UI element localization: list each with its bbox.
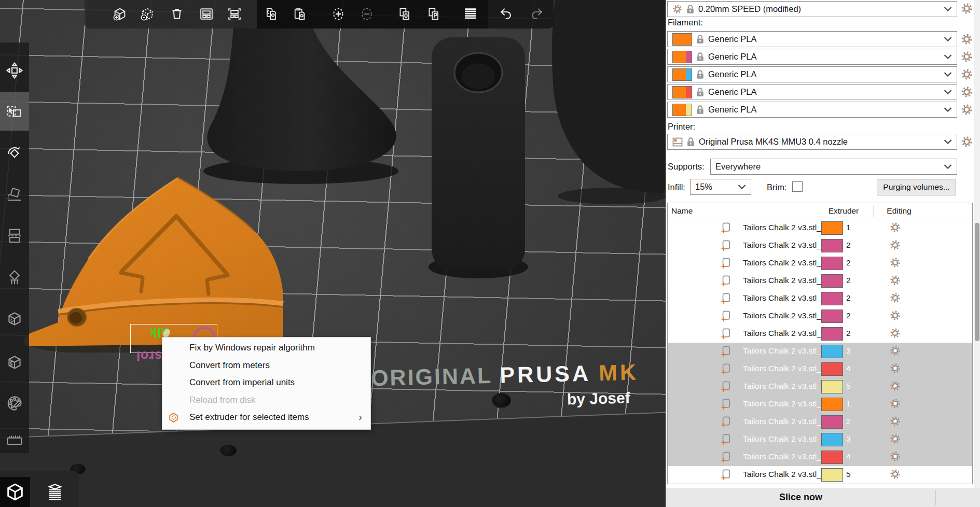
object-settings-gear-button[interactable] [889,433,901,445]
column-editing[interactable]: Editing [875,206,923,216]
object-row[interactable]: Tailors Chalk 2 v3.stl_1_62 [668,307,972,325]
object-row[interactable]: Tailors Chalk 2 v3.stl_1_133 [668,431,972,448]
filament-gear-button-2[interactable] [960,51,973,63]
extruder-color-swatch[interactable] [821,362,843,376]
multimaterial-painting-tool-button[interactable] [4,393,25,414]
object-row[interactable]: Tailors Chalk 2 v3.stl_1_105 [668,378,972,396]
object-row[interactable]: Tailors Chalk 2 v3.stl_1_122 [668,413,972,431]
filament-gear-button-1[interactable] [960,33,973,46]
redo-button[interactable] [527,5,546,23]
seam-painting-tool-button[interactable] [4,308,25,329]
object-row[interactable]: Tailors Chalk 2 v3.stl_1_32 [668,255,972,272]
filament-gear-button-3[interactable] [960,68,973,81]
object-row[interactable]: Tailors Chalk 2 v3.stl_1_22 [668,237,972,255]
filament-dropdown-3[interactable]: Generic PLA [667,66,957,82]
object-settings-gear-button[interactable] [889,257,901,269]
menu-item-convert-from-meters[interactable]: Convert from meters [162,357,370,374]
object-row[interactable]: Tailors Chalk 2 v3.stl_1_83 [668,343,972,360]
object-settings-gear-button[interactable] [889,381,901,392]
scale-tool-button[interactable] [4,101,25,121]
column-extruder[interactable]: Extruder [813,206,874,216]
model-dark-corner[interactable] [540,0,666,207]
extruder-color-swatch[interactable] [821,327,843,341]
print-settings-gear-button[interactable] [960,3,973,15]
panel-scrollbar-thumb[interactable] [975,223,979,341]
3d-viewport[interactable]: alk srol ORIGINAL PRUSA MK by Josef Fix … [0,0,666,507]
object-row[interactable]: Tailors Chalk 2 v3.stl_1_155 [668,466,972,484]
3d-editor-view-button[interactable] [0,477,30,507]
delete-all-button[interactable] [168,5,186,23]
printer-gear-button[interactable] [960,136,973,148]
extruder-color-swatch[interactable] [821,415,843,429]
printer-dropdown[interactable]: Original Prusa MK4S MMU3 0.4 nozzle [667,134,957,150]
filament-dropdown-1[interactable]: Generic PLA [667,31,957,47]
extruder-color-swatch[interactable] [821,433,843,446]
print-settings-dropdown[interactable]: 0.20mm SPEED (modified) [667,1,957,17]
menu-item-convert-from-imperial-units[interactable]: Convert from imperial units [162,374,370,391]
extruder-color-swatch[interactable] [821,309,843,323]
extruder-color-swatch[interactable] [821,239,843,252]
object-row[interactable]: Tailors Chalk 2 v3.stl_1_72 [668,325,972,343]
paste-button[interactable] [291,5,310,23]
variable-layer-height-button[interactable] [461,5,480,23]
slice-now-button[interactable]: Slice now [666,488,935,507]
object-settings-gear-button[interactable] [889,328,901,339]
model-dark-tube[interactable] [425,31,529,280]
extruder-color-swatch[interactable] [821,398,843,411]
object-settings-gear-button[interactable] [889,469,901,480]
remove-instance-button[interactable] [357,5,376,23]
fuzzy-skin-tool-button[interactable] [4,352,25,373]
extruder-color-swatch[interactable] [821,380,843,393]
object-settings-gear-button[interactable] [889,275,901,286]
rotate-tool-button[interactable] [4,143,25,163]
object-settings-gear-button[interactable] [889,363,901,374]
brim-checkbox[interactable] [792,181,803,192]
object-row[interactable]: Tailors Chalk 2 v3.stl_1_111 [668,396,972,413]
add-object-button[interactable] [111,5,129,23]
extruder-color-swatch[interactable] [821,221,843,235]
filament-gear-button-4[interactable] [960,86,973,98]
split-to-objects-button[interactable] [395,5,414,23]
object-settings-gear-button[interactable] [889,222,901,233]
place-on-face-tool-button[interactable] [4,184,25,205]
extruder-color-swatch[interactable] [821,257,843,270]
column-name[interactable]: Name [671,206,693,216]
filament-gear-button-5[interactable] [960,104,973,116]
measure-tool-button[interactable] [4,429,25,450]
object-settings-gear-button[interactable] [889,416,901,427]
filament-dropdown-5[interactable]: Generic PLA [667,102,957,118]
purging-volumes-button[interactable]: Purging volumes... [877,179,956,195]
cut-tool-button[interactable] [4,226,25,246]
supports-dropdown[interactable]: Everywhere [710,159,957,175]
object-settings-gear-button[interactable] [889,310,901,321]
object-settings-gear-button[interactable] [889,240,901,251]
move-tool-button[interactable] [4,60,25,81]
object-settings-gear-button[interactable] [889,398,901,410]
object-settings-gear-button[interactable] [889,451,901,462]
object-row[interactable]: Tailors Chalk 2 v3.stl_1_94 [668,360,972,378]
arrange-button[interactable] [197,5,216,23]
extruder-color-swatch[interactable] [821,450,843,464]
undo-button[interactable] [497,5,516,23]
split-to-parts-button[interactable] [424,5,443,23]
filament-dropdown-4[interactable]: Generic PLA [667,84,957,100]
object-row[interactable]: Tailors Chalk 2 v3.stl_11 [668,219,972,237]
object-row[interactable]: Tailors Chalk 2 v3.stl_1_42 [668,272,972,290]
menu-item-set-extruder-for-selected-items[interactable]: Set extruder for selected items› [162,409,370,426]
object-row[interactable]: Tailors Chalk 2 v3.stl_1_144 [668,448,972,466]
object-settings-gear-button[interactable] [889,292,901,304]
paint-on-supports-tool-button[interactable] [4,267,25,288]
object-settings-gear-button[interactable] [889,345,901,357]
extruder-color-swatch[interactable] [821,274,843,288]
extruder-color-swatch[interactable] [821,292,843,305]
menu-item-fix-by-windows-repair-algorithm[interactable]: Fix by Windows repair algorithm [162,339,370,356]
delete-object-button[interactable] [138,5,157,23]
object-row[interactable]: Tailors Chalk 2 v3.stl_1_52 [668,290,972,307]
preview-layers-button[interactable] [43,479,67,504]
extruder-color-swatch[interactable] [821,345,843,358]
extruder-color-swatch[interactable] [821,468,843,482]
infill-dropdown[interactable]: 15% [690,179,751,195]
add-instance-button[interactable] [329,5,348,23]
copy-button[interactable] [263,5,281,23]
filament-dropdown-2[interactable]: Generic PLA [667,49,957,65]
